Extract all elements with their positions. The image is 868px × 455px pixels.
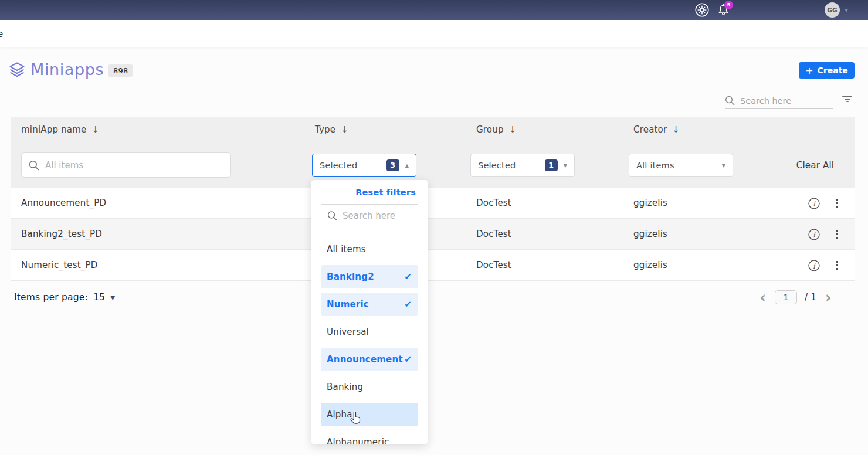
notification-badge: 5	[724, 1, 733, 9]
type-selected-count-badge: 3	[386, 159, 399, 171]
option-banking2[interactable]: Banking2 ✔	[321, 265, 418, 288]
sort-icon[interactable]: ↓	[341, 124, 348, 135]
group-filter-select[interactable]: Selected 1 ▼	[470, 154, 575, 177]
option-numeric[interactable]: Numeric ✔	[321, 293, 418, 316]
column-header-creator: Creator ↓	[633, 124, 680, 135]
row-creator: ggizelis	[633, 188, 667, 219]
info-button[interactable]: i	[808, 198, 820, 209]
group-selected-count-badge: 1	[545, 159, 558, 171]
total-pages-label: / 1	[805, 292, 816, 303]
group-filter-label: Selected	[478, 161, 545, 170]
global-search	[725, 93, 833, 109]
info-button[interactable]: i	[808, 229, 820, 240]
check-icon: ✔	[404, 265, 412, 288]
mouse-cursor-hand	[350, 412, 361, 425]
filter-icon[interactable]	[842, 96, 852, 103]
row-group: DocTest	[476, 188, 511, 219]
row-name: Banking2_test_PD	[21, 219, 102, 250]
kebab-menu-icon[interactable]	[835, 260, 839, 271]
current-page-input[interactable]	[775, 290, 797, 304]
option-all-items[interactable]: All items	[321, 237, 418, 261]
dropdown-search-field	[321, 204, 418, 228]
pager: ‹ / 1 ›	[758, 290, 833, 304]
create-button[interactable]: + Create	[799, 62, 855, 79]
type-filter-label: Selected	[320, 161, 386, 170]
prev-page-button[interactable]: ‹	[758, 291, 767, 303]
total-count-badge: 898	[108, 64, 133, 77]
table-row[interactable]: Announcement_PD DocTest ggizelis i	[11, 188, 855, 219]
clear-all-button[interactable]: Clear All	[780, 154, 850, 177]
svg-text:i: i	[813, 199, 816, 208]
name-filter-input[interactable]	[45, 160, 215, 171]
triangle-up-icon: ▲	[405, 163, 409, 168]
sort-icon[interactable]: ↓	[91, 124, 99, 135]
user-menu[interactable]: GG ▾	[825, 2, 848, 18]
row-name: Announcement_PD	[21, 188, 106, 219]
dropdown-search-input[interactable]	[343, 210, 412, 221]
option-announcement[interactable]: Announcement ✔	[321, 348, 418, 371]
row-group: DocTest	[476, 250, 511, 281]
column-header-group: Group ↓	[476, 124, 516, 135]
info-button[interactable]: i	[808, 260, 820, 271]
table-row[interactable]: Numeric_test_PD DocTest ggizelis i	[11, 250, 855, 281]
miniapps-table: miniApp name ↓ Type ↓ Group ↓ Creator ↓ …	[11, 117, 855, 314]
info-icon: i	[808, 260, 820, 271]
dropdown-options-list: All items Banking2 ✔ Numeric ✔ Universal…	[311, 237, 428, 444]
notifications-button[interactable]: 5	[716, 4, 731, 18]
gear-icon	[695, 3, 709, 17]
sort-icon[interactable]: ↓	[672, 124, 680, 135]
row-creator: ggizelis	[633, 250, 667, 281]
column-header-type: Type ↓	[315, 124, 348, 135]
row-group: DocTest	[476, 219, 511, 250]
column-header-name: miniApp name ↓	[21, 124, 99, 135]
name-filter-field	[21, 152, 231, 178]
option-universal[interactable]: Universal	[321, 320, 418, 344]
option-banking[interactable]: Banking	[321, 375, 418, 399]
kebab-menu-icon[interactable]	[835, 198, 839, 209]
option-alpha[interactable]: Alpha	[321, 403, 418, 426]
settings-button[interactable]	[695, 3, 709, 17]
check-icon: ✔	[404, 293, 412, 316]
page-title: Miniapps	[30, 60, 104, 79]
table-header: miniApp name ↓ Type ↓ Group ↓ Creator ↓ …	[11, 117, 855, 188]
row-creator: ggizelis	[633, 219, 667, 250]
triangle-down-icon: ▼	[722, 163, 725, 168]
search-icon	[327, 210, 337, 221]
type-filter-select[interactable]: Selected 3 ▲	[312, 154, 416, 177]
secondary-bar: e	[0, 20, 868, 47]
reset-filters-link[interactable]: Reset filters	[311, 188, 416, 197]
pagination-bar: Items per page: 15 ▼ ‹ / 1 ›	[11, 281, 855, 314]
topbar: 5 GG ▾	[0, 0, 868, 20]
kebab-menu-icon[interactable]	[835, 229, 839, 240]
search-icon	[725, 96, 735, 106]
create-button-label: Create	[818, 66, 848, 75]
miniapps-layers-icon	[8, 61, 26, 81]
svg-text:i: i	[813, 262, 816, 270]
next-page-button[interactable]: ›	[824, 291, 833, 303]
partial-breadcrumb-text: e	[0, 29, 3, 39]
search-icon	[29, 160, 39, 171]
type-filter-dropdown: Reset filters All items Banking2 ✔ Numer…	[311, 180, 428, 444]
items-per-page-control[interactable]: Items per page: 15 ▼	[14, 292, 116, 303]
sort-icon[interactable]: ↓	[509, 124, 517, 135]
search-input[interactable]	[740, 96, 828, 106]
table-row[interactable]: Banking2_test_PD DocTest ggizelis i	[11, 219, 855, 250]
creator-filter-label: All items	[636, 161, 722, 170]
items-per-page-label: Items per page:	[14, 292, 88, 303]
info-icon: i	[808, 198, 820, 209]
creator-filter-select[interactable]: All items ▼	[629, 154, 733, 177]
option-alphanumeric[interactable]: Alphanumeric	[321, 430, 418, 444]
chevron-down-icon: ▾	[845, 6, 848, 14]
items-per-page-value: 15	[93, 292, 105, 303]
info-icon: i	[808, 229, 820, 240]
check-icon: ✔	[404, 348, 412, 371]
row-name: Numeric_test_PD	[21, 250, 98, 281]
svg-text:i: i	[813, 230, 816, 239]
triangle-down-icon: ▼	[564, 163, 567, 168]
triangle-down-icon: ▼	[110, 294, 116, 301]
avatar[interactable]: GG	[825, 2, 840, 18]
plus-icon: +	[805, 65, 813, 76]
